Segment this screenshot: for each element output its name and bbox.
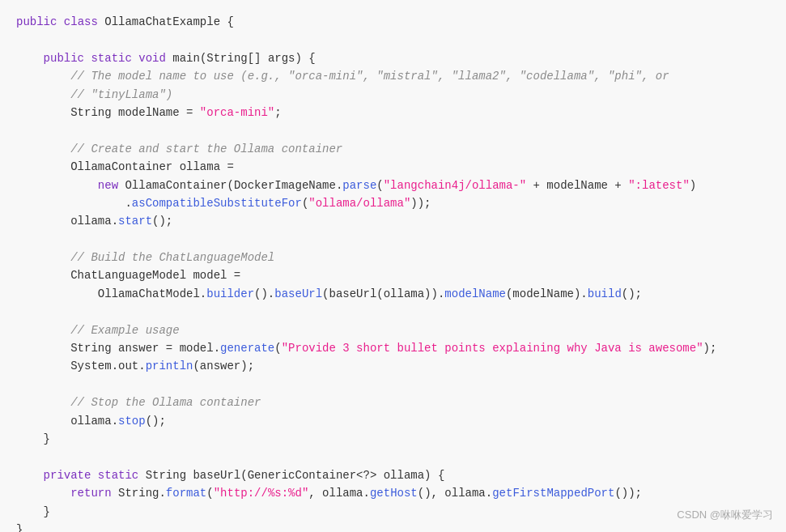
code-text: ( — [206, 487, 213, 500]
code-text: (answer); — [193, 360, 254, 372]
code-text: ); — [703, 342, 717, 355]
code-line: System.out.println(answer); — [16, 357, 770, 375]
method-call: start — [118, 215, 152, 228]
keyword: new — [98, 179, 118, 192]
code-text: (); — [152, 215, 172, 228]
code-line: ChatLanguageModel model = — [16, 266, 770, 284]
method-call: getHost — [370, 487, 418, 500]
code-text: String. — [118, 487, 166, 500]
code-line — [16, 121, 770, 139]
code-text: ) — [690, 179, 696, 192]
code-line: return String.format("http://%s:%d", oll… — [16, 484, 770, 502]
code-line: // The model name to use (e.g., "orca-mi… — [16, 67, 770, 85]
code-text: ChatLanguageModel model = — [70, 269, 240, 282]
code-line: // "tinyLlama") — [16, 86, 770, 104]
method-call: build — [588, 287, 622, 300]
string-literal: "orca-mini" — [200, 106, 274, 119]
code-text: ; — [274, 106, 281, 119]
code-line: public static void main(String[] args) { — [16, 49, 770, 67]
comment: // "tinyLlama") — [70, 88, 172, 101]
comment: // Stop the Ollama container — [70, 396, 261, 409]
code-line: private static String baseUrl(GenericCon… — [16, 466, 770, 484]
method-call: getFirstMappedPort — [492, 487, 614, 500]
code-text: System.out. — [70, 360, 145, 372]
code-line: .asCompatibleSubstituteFor("ollama/ollam… — [16, 194, 770, 212]
code-text: OllamaContainer ollama = — [70, 160, 234, 173]
code-container: public class OllamaChatExample { public … — [0, 0, 786, 532]
string-literal: "langchain4j/ollama-" — [384, 179, 526, 192]
code-line: ollama.start(); — [16, 212, 770, 230]
code-text: ( — [376, 179, 383, 192]
code-text: (). — [254, 287, 274, 300]
string-literal: "ollama/ollama" — [308, 197, 410, 210]
string-literal: "http://%s:%d" — [214, 487, 309, 500]
code-line: String modelName = "orca-mini"; — [16, 104, 770, 121]
code-text: String answer = model. — [70, 342, 220, 355]
code-text: (modelName). — [506, 287, 588, 300]
comment: // Example usage — [70, 324, 179, 337]
keyword: class — [64, 15, 98, 28]
keyword: static — [91, 52, 131, 65]
code-line: String answer = model.generate("Provide … — [16, 339, 770, 357]
code-line — [16, 448, 770, 466]
code-text: OllamaChatExample { — [104, 15, 234, 28]
keyword: private — [44, 469, 91, 482]
code-text: } — [44, 432, 50, 445]
code-line — [16, 376, 770, 394]
code-line: } — [16, 503, 770, 521]
code-line — [16, 31, 770, 49]
code-text: (); — [622, 287, 642, 300]
comment: // Build the ChatLanguageModel — [70, 251, 274, 264]
string-literal: "Provide 3 short bullet points explainin… — [282, 342, 703, 355]
code-line: } — [16, 521, 770, 532]
code-block: public class OllamaChatExample { public … — [16, 13, 770, 532]
code-text: )); — [410, 197, 431, 210]
code-line: public class OllamaChatExample { — [16, 13, 770, 31]
method-call: baseUrl — [274, 287, 322, 300]
method-call: format — [166, 487, 206, 500]
method-call: generate — [220, 342, 274, 355]
code-text: ollama. — [70, 215, 118, 228]
watermark: CSDN @咻咻爱学习 — [677, 508, 773, 522]
method-call: asCompatibleSubstituteFor — [132, 197, 302, 210]
code-text: ( — [274, 342, 281, 355]
code-text: String baseUrl(GenericContainer<?> ollam… — [146, 469, 445, 482]
keyword: public — [16, 15, 57, 28]
method-call: builder — [206, 287, 254, 300]
code-text: } — [44, 505, 50, 518]
method-call: modelName — [444, 287, 506, 300]
code-line: // Create and start the Ollama container — [16, 140, 770, 158]
code-text: (); — [146, 415, 166, 428]
code-text: (baseUrl(ollama)). — [322, 287, 444, 300]
method-call: parse — [342, 179, 376, 192]
code-text: String modelName = — [70, 106, 200, 119]
code-line: // Example usage — [16, 321, 770, 339]
code-line: // Stop the Ollama container — [16, 394, 770, 411]
code-line — [16, 231, 770, 249]
code-line: } — [16, 430, 770, 448]
code-line: new OllamaContainer(DockerImageName.pars… — [16, 177, 770, 194]
code-line: // Build the ChatLanguageModel — [16, 249, 770, 266]
comment: // Create and start the Ollama container — [70, 143, 342, 155]
method-call: stop — [118, 415, 146, 428]
keyword: void — [138, 52, 166, 65]
code-text: , ollama. — [308, 487, 370, 500]
string-literal: ":latest" — [628, 179, 690, 192]
keyword: public — [44, 52, 84, 65]
code-text: OllamaContainer(DockerImageName. — [125, 179, 342, 192]
code-line: OllamaChatModel.builder().baseUrl(baseUr… — [16, 285, 770, 303]
code-text: + modelName + — [526, 179, 628, 192]
code-line — [16, 303, 770, 321]
keyword: return — [70, 487, 111, 500]
code-text: main(String[] args) { — [172, 52, 315, 65]
comment: // The model name to use (e.g., "orca-mi… — [70, 70, 669, 83]
code-line: OllamaContainer ollama = — [16, 158, 770, 176]
code-text: ()); — [614, 487, 642, 500]
code-line: ollama.stop(); — [16, 412, 770, 430]
method-call: println — [146, 360, 193, 372]
code-text: OllamaChatModel. — [98, 287, 206, 300]
keyword: static — [98, 469, 138, 482]
code-text: } — [16, 523, 23, 532]
code-text: ollama. — [70, 415, 118, 428]
code-text: (), ollama. — [418, 487, 492, 500]
